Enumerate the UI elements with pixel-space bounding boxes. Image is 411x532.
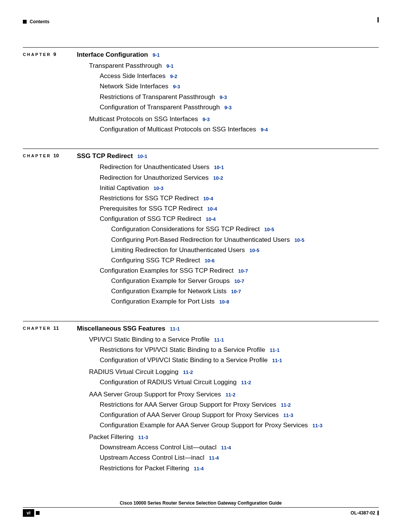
chapter-label: CHAPTER <box>23 52 53 57</box>
toc-entry: Configuration of Multicast Protocols on … <box>100 125 379 134</box>
chapter-number: 10 <box>53 153 59 158</box>
page-ref[interactable]: 10-2 <box>213 175 223 181</box>
page-ref[interactable]: 11-1 <box>214 337 224 343</box>
chapters-container: CHAPTER 9Interface Configuration9-1Trans… <box>23 47 379 474</box>
chapter-title: Miscellaneous SSG Features11-1 <box>77 324 379 333</box>
toc-entry-text: Prerequisites for SSG TCP Redirect <box>100 205 203 212</box>
chapter-title-text: Interface Configuration <box>77 51 148 58</box>
chapter-title: SSG TCP Redirect10-1 <box>77 151 379 161</box>
edit-mark-icon <box>378 511 379 515</box>
toc-entry: AAA Server Group Support for Proxy Servi… <box>89 390 379 399</box>
toc-entry-text: Restrictions for AAA Server Group Suppor… <box>100 401 276 408</box>
page-ref[interactable]: 11-3 <box>138 435 148 440</box>
chapter-title-text: SSG TCP Redirect <box>77 152 133 160</box>
chapter-number: 11 <box>53 325 59 331</box>
page-ref[interactable]: 11-4 <box>221 445 231 451</box>
toc-entry-text: Restrictions for VPI/VCI Static Binding … <box>100 346 265 353</box>
page-ref[interactable]: 10-6 <box>205 258 215 264</box>
footer-row: vi OL-4387-02 <box>23 509 379 517</box>
toc-entry: Configuration Considerations for SSG TCP… <box>111 224 379 234</box>
toc-entry: Configuration of RADIUS Virtual Circuit … <box>100 377 379 387</box>
toc-entry-text: Transparent Passthrough <box>89 62 162 69</box>
page-ref[interactable]: 11-2 <box>241 380 251 385</box>
page-ref[interactable]: 9-3 <box>220 94 227 100</box>
page-ref[interactable]: 11-2 <box>281 402 291 408</box>
toc-entry: Prerequisites for SSG TCP Redirect10-4 <box>100 204 379 213</box>
toc-entry: Configuration Examples for SSG TCP Redir… <box>100 266 379 275</box>
toc-entry-text: Configuring SSG TCP Redirect <box>111 257 200 264</box>
toc-entry-text: Configuration of AAA Server Group Suppor… <box>100 411 279 419</box>
toc-entry-text: Redirection for Unauthenticated Users <box>100 163 209 171</box>
toc-entry: VPI/VCI Static Binding to a Service Prof… <box>89 335 379 344</box>
page-container: Contents CHAPTER 9Interface Configuratio… <box>0 0 411 532</box>
toc-entry: Configuring SSG TCP Redirect10-6 <box>111 256 379 265</box>
toc-entry-text: Packet Filtering <box>89 433 134 441</box>
page-ref[interactable]: 10-7 <box>231 289 241 294</box>
page-ref[interactable]: 10-4 <box>206 216 216 222</box>
toc-entry-text: Configuration Example for Port Lists <box>111 298 215 305</box>
toc-entry: Configuring Port-Based Redirection for U… <box>111 235 379 244</box>
page-ref[interactable]: 9-3 <box>225 105 232 110</box>
toc-entry-text: Limiting Redirection for Unauthenticated… <box>111 246 245 254</box>
toc-entry: Limiting Redirection for Unauthenticated… <box>111 245 379 255</box>
toc-entry: Initial Captivation10-3 <box>100 183 379 193</box>
page-ref[interactable]: 9-3 <box>173 84 180 89</box>
page-ref[interactable]: 9-2 <box>170 73 177 79</box>
toc-entry: Configuration of Transparent Passthrough… <box>100 102 379 112</box>
page-ref[interactable]: 10-4 <box>207 206 217 212</box>
page-ref[interactable]: 10-5 <box>295 237 304 243</box>
toc-entry-text: Configuring Port-Based Redirection for U… <box>111 236 290 243</box>
page-ref[interactable]: 11-2 <box>226 392 236 398</box>
page-ref[interactable]: 9-3 <box>202 117 210 122</box>
chapter-label-cell: CHAPTER 10 <box>23 149 77 159</box>
chapter-label-cell: CHAPTER 11 <box>23 321 77 331</box>
toc-entry-text: Configuration Example for Network Lists <box>111 288 226 295</box>
footer-right: OL-4387-02 <box>350 510 379 516</box>
toc-entry-text: Configuration of RADIUS Virtual Circuit … <box>100 379 237 386</box>
footer: Cisco 10000 Series Router Service Select… <box>23 500 379 517</box>
page-ref[interactable]: 9-1 <box>153 52 160 58</box>
toc-entry-text: Configuration Examples for SSG TCP Redir… <box>100 267 234 274</box>
header: Contents <box>23 19 379 24</box>
page-ref[interactable]: 9-1 <box>166 63 174 69</box>
toc-entry-text: Initial Captivation <box>100 184 149 192</box>
chapter-content: Miscellaneous SSG Features11-1VPI/VCI St… <box>77 321 379 474</box>
page-ref[interactable]: 11-4 <box>194 466 204 471</box>
page-ref[interactable]: 11-4 <box>209 455 219 461</box>
toc-entry: Network Side Interfaces9-3 <box>100 81 379 91</box>
chapter-content: Interface Configuration9-1Transparent Pa… <box>77 47 379 135</box>
page-ref[interactable]: 10-8 <box>219 299 229 305</box>
chapter-block: CHAPTER 11Miscellaneous SSG Features11-1… <box>23 321 379 474</box>
page-ref[interactable]: 11-3 <box>284 412 293 418</box>
chapter-block: CHAPTER 9Interface Configuration9-1Trans… <box>23 47 379 135</box>
chapter-label-cell: CHAPTER 9 <box>23 47 77 58</box>
chapter-label: CHAPTER <box>23 326 53 331</box>
page-ref[interactable]: 10-1 <box>137 153 147 159</box>
page-ref[interactable]: 10-1 <box>214 165 224 170</box>
page-ref[interactable]: 10-5 <box>250 248 260 253</box>
toc-entry: Redirection for Unauthorized Services10-… <box>100 173 379 182</box>
toc-entry-text: Restrictions for SSG TCP Redirect <box>100 195 199 202</box>
page-ref[interactable]: 11-2 <box>183 369 193 375</box>
toc-entry-text: Configuration of Transparent Passthrough <box>100 104 220 111</box>
page-ref[interactable]: 11-1 <box>272 358 282 363</box>
toc-entry-text: Upstream Access Control List—inacl <box>100 454 204 461</box>
page-ref[interactable]: 11-1 <box>170 326 180 332</box>
toc-entry: Packet Filtering11-3 <box>89 432 379 442</box>
page-ref[interactable]: 11-1 <box>270 347 280 353</box>
toc-entry: Restrictions for SSG TCP Redirect10-4 <box>100 193 379 203</box>
toc-entry: Restrictions for Packet Filtering11-4 <box>100 463 379 473</box>
page-ref[interactable]: 10-7 <box>238 268 248 274</box>
page-ref[interactable]: 10-3 <box>153 185 163 191</box>
page-ref[interactable]: 9-4 <box>261 127 268 133</box>
page-ref[interactable]: 10-7 <box>234 278 244 284</box>
toc-entry-text: Restrictions of Transparent Passthrough <box>100 93 215 101</box>
chapter-label: CHAPTER <box>23 153 53 158</box>
chapter-content: SSG TCP Redirect10-1Redirection for Unau… <box>77 149 379 307</box>
page-ref[interactable]: 11-3 <box>312 423 322 428</box>
chapter-block: CHAPTER 10SSG TCP Redirect10-1Redirectio… <box>23 149 379 307</box>
toc-entry: Downstream Access Control List—outacl11-… <box>100 443 379 452</box>
page-ref[interactable]: 10-5 <box>264 227 274 232</box>
toc-entry: Configuration Example for AAA Server Gro… <box>100 420 379 430</box>
page-ref[interactable]: 10-4 <box>203 196 213 201</box>
